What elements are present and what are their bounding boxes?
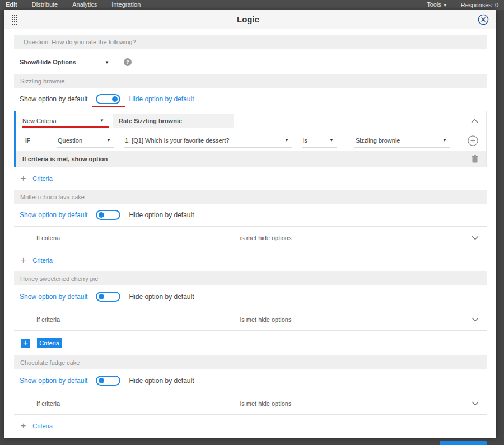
logic-type-value: Show/Hide Options [20, 59, 76, 65]
section-name: Honey sweetened cherry pie [20, 275, 98, 282]
criteria-condition-row: IF Question ▼ 1. [Q1] Which is your favo… [16, 130, 486, 151]
plus-circle-icon[interactable] [468, 135, 478, 146]
toggle-row: Show option by default Hide option by de… [14, 91, 487, 107]
add-criteria-button[interactable]: + Criteria [21, 175, 53, 182]
add-criteria-button-highlighted[interactable]: + Criteria [21, 338, 62, 348]
hide-option-label[interactable]: Hide option by default [129, 211, 194, 219]
tab-integration[interactable]: Integration [111, 0, 141, 11]
tools-menu[interactable]: Tools▼ [427, 0, 447, 10]
top-nav-tabs: Edit Distribute Analytics Integration [6, 0, 141, 11]
section-name: Molten choco lava cake [20, 194, 85, 200]
criteria-block-expanded: New Criteria ▼ IF Question ▼ 1. [Q1] Whi… [14, 111, 487, 167]
section-header-honey-cherry-pie: Honey sweetened cherry pie [14, 271, 487, 285]
chevron-down-icon[interactable] [472, 236, 479, 240]
question-bar: Question: How do you rate the following? [14, 35, 487, 49]
section-name: Sizzling brownie [20, 78, 64, 85]
criteria-block-header: New Criteria ▼ [16, 111, 486, 130]
logic-modal: Logic Question: How do you rate the foll… [4, 10, 496, 438]
top-nav-bar: Edit Distribute Analytics Integration To… [0, 0, 504, 10]
answer-value: Sizzling brownie [356, 137, 400, 144]
add-criteria-button[interactable]: + Criteria [21, 256, 53, 264]
default-visibility-toggle[interactable] [96, 94, 120, 104]
criteria-action-bar: If criteria is met, show option [16, 151, 486, 167]
toggle-row: Show option by default Hide option by de… [14, 373, 487, 388]
caret-down-icon: ▼ [443, 3, 447, 8]
modal-footer: Reset Logic Save Logic [14, 441, 487, 445]
drag-handle-icon[interactable] [12, 15, 18, 25]
trash-icon[interactable] [472, 155, 478, 163]
annotation-underline [22, 126, 109, 128]
criteria-description-input[interactable] [113, 114, 234, 128]
plus-icon: + [21, 339, 30, 348]
plus-icon: + [21, 175, 26, 182]
toggle-row: Show option by default Hide option by de… [14, 289, 487, 305]
tools-label: Tools [427, 1, 441, 8]
toggle-wrap [96, 94, 120, 104]
modal-content: Question: How do you rate the following?… [4, 35, 496, 445]
question-dropdown[interactable]: 1. [Q1] Which is your favorite dessert? … [124, 133, 292, 148]
chevron-down-icon[interactable] [472, 401, 479, 406]
section-header-chocolate-fudge: Chocolate fudge cake [14, 355, 487, 369]
collapsed-criteria-row[interactable]: If criteria is met hide options [14, 308, 487, 331]
question-value: 1. [Q1] Which is your favorite dessert? [125, 137, 229, 144]
toggle-knob [99, 212, 104, 218]
tab-distribute[interactable]: Distribute [32, 0, 58, 11]
collapsed-left-label: If criteria [36, 235, 60, 241]
section-header-molten-choco: Molten choco lava cake [14, 190, 487, 204]
default-visibility-toggle[interactable] [96, 292, 120, 302]
caret-down-icon: ▼ [442, 138, 447, 143]
logic-type-dropdown[interactable]: Show/Hide Options ▼ [20, 59, 109, 65]
section-name: Chocolate fudge cake [20, 359, 80, 366]
caret-down-icon: ▼ [329, 138, 334, 143]
plus-icon: + [21, 422, 26, 430]
answer-value-dropdown[interactable]: Sizzling brownie ▼ [354, 133, 450, 148]
operator-dropdown[interactable]: is ▼ [302, 133, 337, 148]
hide-option-link[interactable]: Hide option by default [129, 95, 194, 103]
modal-header: Logic [4, 10, 496, 29]
caret-down-icon: ▼ [284, 138, 289, 143]
responses-count: Responses: 0 [461, 2, 498, 8]
add-criteria-label: Criteria [32, 175, 52, 182]
caret-down-icon: ▼ [105, 60, 109, 65]
default-visibility-toggle[interactable] [96, 210, 120, 220]
show-option-link[interactable]: Show option by default [20, 293, 87, 301]
tab-edit[interactable]: Edit [6, 0, 17, 11]
show-option-link[interactable]: Show option by default [20, 211, 87, 219]
close-icon[interactable] [478, 14, 489, 25]
toggle-knob [99, 378, 104, 383]
top-nav-right: Tools▼ Responses: 0 [427, 0, 498, 10]
logic-type-row: Show/Hide Options ▼ ? [14, 55, 487, 69]
collapsed-center-label: is met hide options [60, 400, 472, 407]
collapsed-center-label: is met hide options [60, 316, 472, 323]
add-criteria-button[interactable]: + Criteria [21, 422, 53, 430]
save-logic-button[interactable]: Save Logic [440, 441, 487, 445]
toggle-wrap [96, 210, 120, 220]
chevron-up-icon[interactable] [471, 119, 478, 123]
toggle-wrap [96, 376, 120, 386]
if-label: IF [25, 138, 48, 144]
collapsed-left-label: If criteria [36, 400, 60, 407]
help-icon[interactable]: ? [124, 58, 132, 66]
field-type-dropdown[interactable]: Question ▼ [57, 133, 114, 148]
show-option-link[interactable]: Show option by default [20, 377, 87, 385]
show-option-label[interactable]: Show option by default [20, 95, 87, 103]
criteria-name-dropdown[interactable]: New Criteria ▼ [22, 118, 104, 124]
collapsed-criteria-row[interactable]: If criteria is met hide options [14, 226, 487, 249]
hide-option-label[interactable]: Hide option by default [129, 377, 194, 385]
default-visibility-toggle[interactable] [96, 376, 120, 386]
toggle-wrap [96, 292, 120, 302]
operator-value: is [303, 137, 307, 144]
chevron-down-icon[interactable] [472, 317, 479, 322]
section-header-sizzling-brownie: Sizzling brownie [14, 74, 487, 88]
collapsed-center-label: is met hide options [60, 235, 472, 241]
caret-down-icon: ▼ [100, 118, 104, 123]
question-label: Question: How do you rate the following? [24, 39, 136, 45]
add-criteria-label: Criteria [32, 257, 52, 264]
toggle-knob [99, 294, 104, 299]
annotation-underline [92, 106, 125, 107]
collapsed-criteria-row[interactable]: If criteria is met hide options [14, 392, 487, 415]
modal-title: Logic [18, 15, 478, 24]
hide-option-label[interactable]: Hide option by default [129, 293, 194, 301]
tab-analytics[interactable]: Analytics [72, 0, 97, 11]
criteria-action-label: If criteria is met, show option [22, 156, 108, 162]
